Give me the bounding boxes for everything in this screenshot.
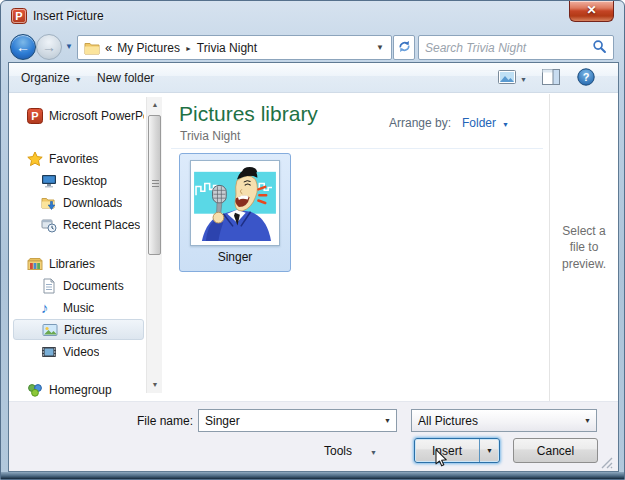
organize-button[interactable]: Organize ▼ <box>21 71 82 85</box>
address-dropdown[interactable]: ▼ <box>371 36 389 59</box>
organize-label: Organize <box>21 71 70 85</box>
breadcrumb-separator-icon[interactable]: ► <box>185 44 192 52</box>
resize-grip[interactable] <box>601 457 614 469</box>
forward-button[interactable]: → <box>36 34 62 60</box>
command-toolbar: Organize ▼ New folder ▼ <box>9 63 618 93</box>
breadcrumb-my-pictures[interactable]: My Pictures <box>117 41 180 55</box>
sidebar-item-label: Desktop <box>63 174 107 188</box>
insert-label[interactable]: Insert <box>415 444 479 458</box>
insert-button[interactable]: Insert ▼ <box>414 438 500 463</box>
chevron-down-icon[interactable]: ▼ <box>379 417 396 424</box>
star-icon <box>27 151 43 167</box>
svg-text:P: P <box>31 110 38 122</box>
sidebar-item-label: Pictures <box>64 323 107 337</box>
library-title: Pictures library <box>179 102 318 126</box>
sidebar-item-label: Homegroup <box>49 383 112 397</box>
sidebar-item-documents[interactable]: Documents <box>13 275 144 296</box>
arrange-by-label: Arrange by: <box>389 116 451 130</box>
recent-pages-dropdown[interactable]: ▼ <box>65 42 73 51</box>
sidebar-item-pictures[interactable]: Pictures <box>13 319 144 340</box>
cancel-label: Cancel <box>537 444 574 458</box>
new-folder-button[interactable]: New folder <box>97 71 154 85</box>
chevron-down-icon: ▼ <box>486 447 493 454</box>
tools-label: Tools <box>324 444 352 458</box>
preview-pane-icon <box>542 69 560 88</box>
back-button[interactable]: ← <box>10 34 36 60</box>
tools-button[interactable]: Tools ▼ <box>324 444 377 458</box>
help-icon: ? <box>577 68 595 89</box>
library-location: Trivia Night <box>180 129 240 143</box>
libraries-icon <box>27 256 43 272</box>
file-name-caption: Singer <box>218 250 253 264</box>
folder-icon <box>84 41 100 55</box>
window-bottom-edge <box>1 472 624 479</box>
refresh-button[interactable] <box>393 35 415 60</box>
recent-places-icon <box>41 217 57 233</box>
sidebar-item-microsoft-powerpoint[interactable]: P Microsoft PowerPoint <box>13 105 144 126</box>
scroll-up-arrow[interactable]: ▲ <box>147 97 163 113</box>
preview-message: Select a file to preview. <box>550 223 618 272</box>
chevron-down-icon: ▼ <box>520 74 527 83</box>
svg-text:?: ? <box>583 71 590 83</box>
sidebar-item-libraries[interactable]: Libraries <box>13 253 144 274</box>
header-divider <box>171 148 543 149</box>
sidebar-scrollbar[interactable]: ▲ ▼ <box>146 97 162 393</box>
sidebar-item-label: Libraries <box>49 257 95 271</box>
close-icon: ✕ <box>586 3 596 17</box>
svg-text:P: P <box>15 10 22 22</box>
singer-clipart <box>194 165 276 241</box>
file-item-singer[interactable]: Singer <box>179 153 291 272</box>
file-name-input[interactable] <box>199 414 379 428</box>
close-button[interactable]: ✕ <box>569 1 614 22</box>
new-folder-label: New folder <box>97 71 154 85</box>
sidebar-item-label: Music <box>63 301 94 315</box>
singer-thumbnail <box>190 160 280 246</box>
file-type-value: All Pictures <box>412 414 579 428</box>
breadcrumb-overflow[interactable]: « <box>105 40 112 55</box>
search-input[interactable] <box>425 41 592 55</box>
powerpoint-icon: P <box>27 108 43 124</box>
refresh-icon <box>397 39 412 57</box>
scroll-down-arrow[interactable]: ▼ <box>147 377 163 393</box>
pictures-icon <box>42 322 58 338</box>
breadcrumb-trivia-night[interactable]: Trivia Night <box>197 41 257 55</box>
change-view-button[interactable]: ▼ <box>498 70 527 87</box>
scrollbar-thumb[interactable] <box>148 115 161 255</box>
sidebar-item-favorites[interactable]: Favorites <box>13 148 144 169</box>
views-icon <box>498 70 516 87</box>
preview-panel: Select a file to preview. <box>549 94 618 401</box>
insert-picture-dialog: P Insert Picture ✕ ← → ▼ « My Pictures ►… <box>0 0 625 480</box>
cancel-button[interactable]: Cancel <box>513 438 598 463</box>
file-name-label: File name: <box>137 414 193 428</box>
sidebar-item-downloads[interactable]: Downloads <box>13 192 144 213</box>
search-icon[interactable] <box>592 39 607 57</box>
sidebar-item-desktop[interactable]: Desktop <box>13 170 144 191</box>
preview-pane-button[interactable] <box>542 69 560 88</box>
downloads-icon <box>41 195 57 211</box>
sidebar-item-music[interactable]: ♪ Music <box>13 297 144 318</box>
videos-icon <box>41 344 57 360</box>
help-button[interactable]: ? <box>577 68 595 89</box>
chevron-down-icon: ▼ <box>75 74 82 83</box>
window-title: Insert Picture <box>33 9 104 23</box>
sidebar-item-videos[interactable]: Videos <box>13 341 144 362</box>
arrange-by-dropdown[interactable]: Folder ▼ <box>462 116 509 130</box>
chevron-down-icon: ▼ <box>579 417 596 424</box>
file-type-dropdown[interactable]: All Pictures ▼ <box>411 409 597 432</box>
file-name-combobox[interactable]: ▼ <box>198 409 397 432</box>
sidebar-item-label: Recent Places <box>63 218 140 232</box>
search-box[interactable] <box>418 35 614 60</box>
desktop-icon <box>41 173 57 189</box>
sidebar-item-recent-places[interactable]: Recent Places <box>13 214 144 235</box>
powerpoint-icon: P <box>11 8 27 24</box>
arrange-by-value: Folder <box>462 116 496 130</box>
sidebar-item-label: Downloads <box>63 196 122 210</box>
sidebar-item-label: Favorites <box>49 152 98 166</box>
address-bar[interactable]: « My Pictures ► Trivia Night ▼ <box>77 35 392 60</box>
documents-icon <box>41 278 57 294</box>
sidebar-item-homegroup[interactable]: Homegroup <box>13 379 144 400</box>
back-arrow-icon: ← <box>16 39 30 55</box>
music-note-icon: ♪ <box>41 300 57 316</box>
insert-dropdown[interactable]: ▼ <box>479 439 499 462</box>
chevron-down-icon: ▼ <box>502 119 509 128</box>
